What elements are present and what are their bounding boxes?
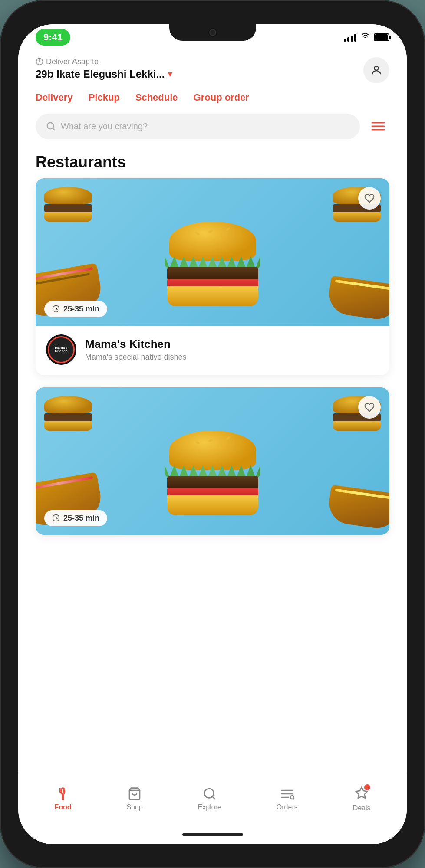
clock-icon [36,58,43,66]
signal-bars-icon [344,33,356,42]
heart-icon-2 [364,402,375,413]
main-content: Deliver Asap to 29b Ikate Elegushi Lekki… [18,50,407,773]
tab-pickup[interactable]: Pickup [89,92,120,103]
restaurant-card[interactable]: 25-35 min [36,387,389,535]
logo-inner: Mama's Kitchen [48,336,75,363]
shop-tab-icon [128,787,142,801]
shop-tab-label: Shop [126,803,142,811]
search-row: What are you craving? [18,110,407,146]
search-bar[interactable]: What are you craving? [36,114,360,139]
orders-tab-label: Orders [277,803,298,811]
mini-burger-left [44,187,92,222]
tab-food[interactable]: Food [46,783,80,816]
food-tab-icon [56,787,70,801]
delivery-time-text: 25-35 min [63,305,99,314]
deals-badge [355,786,369,802]
card-image-container: 25-35 min [36,178,389,326]
main-burger [165,222,260,321]
hotdog-right [326,275,389,321]
deliver-label: Deliver Asap to [36,57,172,66]
tab-group-order[interactable]: Group order [194,92,249,103]
signal-bar-1 [344,39,346,42]
svg-line-14 [293,799,294,800]
svg-marker-15 [356,787,368,798]
favorite-button-2[interactable] [358,396,381,419]
notch [169,24,256,41]
nav-tabs: Delivery Pickup Schedule Group order [18,83,407,110]
clock-badge-icon-2 [52,514,60,522]
explore-tab-label: Explore [198,803,221,811]
signal-bar-3 [351,36,353,42]
home-indicator [18,825,407,844]
restaurant-name: Mama's Kitchen [85,337,187,351]
tab-delivery[interactable]: Delivery [36,92,73,103]
search-placeholder: What are you craving? [61,121,148,131]
restaurants-title: Restaurants [18,146,407,178]
profile-button[interactable] [363,57,389,83]
home-line [182,833,243,836]
tab-explore[interactable]: Explore [189,783,230,816]
deals-tab-icon [355,786,369,800]
status-time: 9:41 [36,29,70,46]
filter-button[interactable] [367,115,389,138]
orders-tab-icon [280,787,294,801]
address-section[interactable]: Deliver Asap to 29b Ikate Elegushi Lekki… [36,57,172,80]
heart-icon [364,193,375,203]
restaurant-card[interactable]: 25-35 min Mama's Kitchen Mama's Kitchen … [36,178,389,375]
phone-shell: 9:41 [0,0,425,868]
card-info: Mama's Kitchen Mama's Kitchen Mama's spe… [36,326,389,375]
delivery-time-text-2: 25-35 min [63,514,99,523]
front-camera [209,29,216,36]
battery-fill [375,34,388,40]
svg-point-1 [374,66,378,70]
food-tab-label: Food [54,803,71,811]
signal-bar-4 [354,34,356,42]
favorite-button[interactable] [358,187,381,210]
card-image-container-2: 25-35 min [36,387,389,535]
delivery-time-badge-2: 25-35 min [44,510,107,526]
address-line[interactable]: 29b Ikate Elegushi Lekki... ▾ [36,68,172,80]
tab-deals[interactable]: Deals [344,782,379,816]
delivery-time-badge: 25-35 min [44,301,107,317]
restaurant-description: Mama's special native dishes [85,353,187,362]
tab-bar: Food Shop Explore [18,773,407,825]
search-icon [46,121,56,131]
hotdog-right-2 [326,485,389,531]
clock-badge-icon [52,305,60,313]
header: Deliver Asap to 29b Ikate Elegushi Lekki… [18,50,407,83]
main-burger-2 [165,431,260,531]
wifi-icon [360,32,370,42]
address-dropdown-arrow: ▾ [168,69,172,79]
phone-screen: 9:41 [18,24,407,844]
status-icons [344,32,389,42]
mini-burger-left-2 [44,396,92,431]
filter-icon [370,120,386,132]
tab-orders[interactable]: Orders [268,783,306,816]
explore-tab-icon [203,787,217,801]
deals-tab-label: Deals [353,804,371,812]
restaurant-logo: Mama's Kitchen [46,334,76,365]
person-icon [370,64,382,76]
tab-schedule[interactable]: Schedule [135,92,178,103]
restaurant-details: Mama's Kitchen Mama's special native dis… [85,337,187,362]
tab-shop[interactable]: Shop [118,783,151,816]
signal-bar-2 [347,37,349,42]
battery-icon [374,33,389,41]
